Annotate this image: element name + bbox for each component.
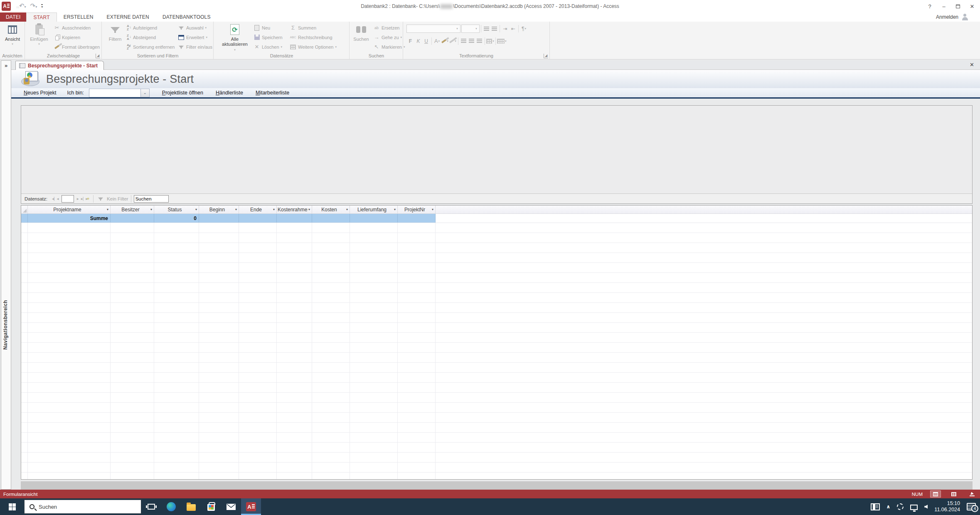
column-header-Ende[interactable]: Ende▾ (239, 206, 277, 213)
empty-row[interactable] (21, 223, 972, 233)
summen-button[interactable]: ΣSummen (290, 24, 337, 32)
empty-row[interactable] (21, 413, 972, 423)
empty-row[interactable] (21, 423, 972, 433)
empty-row[interactable] (21, 353, 972, 363)
empty-row[interactable] (21, 403, 972, 413)
erweitert-button[interactable]: Erweitert▾ (178, 33, 212, 41)
empty-row[interactable] (21, 373, 972, 383)
ansicht-button[interactable]: Ansicht ▾ (0, 23, 25, 46)
empty-row[interactable] (21, 343, 972, 353)
rechtschreibung-button[interactable]: ABCRechtschreibung (290, 33, 337, 41)
filtern-button[interactable]: Filtern (103, 23, 127, 42)
font-color-button[interactable]: A▾ (433, 37, 441, 45)
last-record-button[interactable]: ▸| (81, 196, 84, 201)
empty-row[interactable] (21, 273, 972, 283)
gehe-zu-button[interactable]: →Gehe zu ▾ (373, 33, 405, 41)
document-tab[interactable]: Besprechungsprojekte - Start (15, 61, 104, 70)
minimize-button[interactable]: – (937, 0, 951, 12)
auswahl-button[interactable]: Auswahl▾ (178, 24, 212, 32)
access-taskbar-button[interactable]: A (241, 498, 261, 515)
column-header-Projektname[interactable]: Projektname▾ (28, 206, 111, 213)
filter-dropdown-icon[interactable]: ▾ (345, 208, 349, 211)
ich-bin-combo[interactable]: ⌄ (89, 89, 150, 97)
filter-dropdown-icon[interactable]: ▾ (393, 208, 396, 211)
current-record-box[interactable] (62, 195, 74, 203)
taskbar-search[interactable]: Suchen (24, 500, 141, 514)
haendlerliste-link[interactable]: Händlerliste (216, 90, 243, 96)
empty-row[interactable] (21, 463, 972, 473)
einfuegen-button[interactable]: Einfügen ▾ (27, 23, 51, 46)
column-header-ProjektNr[interactable]: ProjektNr▾ (398, 206, 436, 213)
tab-datenbanktools[interactable]: DATENBANKTOOLS (156, 12, 217, 22)
empty-row[interactable] (21, 323, 972, 333)
empty-row[interactable] (21, 333, 972, 343)
previous-record-button[interactable]: ◂ (57, 196, 59, 201)
column-header-Besitzer[interactable]: Besitzer▾ (111, 206, 154, 213)
empty-row[interactable] (21, 473, 972, 480)
neu-button[interactable]: Neu (254, 24, 283, 32)
select-all-corner[interactable] (21, 206, 28, 213)
filter-dropdown-icon[interactable]: ▾ (431, 208, 434, 211)
mitarbeiterliste-link[interactable]: Mitarbeiterliste (256, 90, 289, 96)
layout-view-button[interactable] (967, 490, 978, 498)
network-icon[interactable] (910, 505, 918, 510)
numbering-button[interactable] (490, 25, 498, 33)
loeschen-button[interactable]: ✕Löschen ▾ (254, 43, 283, 51)
store-taskbar-button[interactable] (201, 498, 221, 515)
italic-button[interactable]: K (414, 37, 422, 45)
sortierung-entfernen-button[interactable]: AZ✗Sortierung entfernen (125, 43, 175, 51)
filter-dropdown-icon[interactable]: ▾ (234, 208, 238, 211)
empty-row[interactable] (21, 313, 972, 323)
projektliste-oeffnen-link[interactable]: Projektliste öffnen (162, 90, 203, 96)
empty-row[interactable] (21, 253, 972, 263)
empty-row[interactable] (21, 283, 972, 293)
mail-taskbar-button[interactable] (221, 498, 241, 515)
format-uebertragen-button[interactable]: Format übertragen (54, 43, 100, 51)
empty-row[interactable] (21, 453, 972, 463)
edge-taskbar-button[interactable] (161, 498, 181, 515)
navigation-pane-collapsed[interactable]: » Navigationsbereich (1, 60, 11, 490)
aufsteigend-button[interactable]: AZ↓Aufsteigend (125, 24, 175, 32)
filter-dropdown-icon[interactable]: ▾ (106, 208, 109, 211)
filter-ein-aus-button[interactable]: Filter ein/aus (178, 43, 212, 51)
first-record-button[interactable]: ◂| (52, 196, 54, 201)
textformatierung-dialog-launcher-icon[interactable]: ◢ (544, 54, 548, 58)
record-search-input[interactable] (134, 195, 169, 203)
empty-row[interactable] (21, 243, 972, 253)
kopieren-button[interactable]: Kopieren (54, 33, 100, 41)
start-button[interactable] (0, 498, 24, 515)
tab-erstellen[interactable]: ERSTELLEN (57, 12, 100, 22)
horizontal-scrollbar[interactable] (21, 481, 973, 490)
filter-dropdown-icon[interactable]: ▾ (308, 208, 311, 211)
column-header-Beginn[interactable]: Beginn▾ (199, 206, 239, 213)
speichern-button[interactable]: Speichern (254, 33, 283, 41)
ausschneiden-button[interactable]: ✂Ausschneiden (54, 24, 100, 32)
column-header-Kostenrahmen[interactable]: Kostenrahmen▾ (277, 206, 312, 213)
close-document-icon[interactable]: ✕ (970, 62, 974, 68)
markieren-button[interactable]: ↖Markieren ▾ (373, 43, 405, 51)
tab-start[interactable]: START (26, 12, 57, 22)
new-record-button[interactable]: ▸✳ (86, 196, 89, 201)
volume-icon[interactable] (924, 505, 928, 509)
bold-button[interactable]: F (406, 37, 414, 45)
alle-aktualisieren-button[interactable]: ⟳ Alleaktualisieren ▾ (222, 23, 248, 52)
column-header-Kosten[interactable]: Kosten▾ (312, 206, 350, 213)
font-family-combo[interactable]: ▾ (406, 25, 460, 33)
empty-row[interactable] (21, 383, 972, 393)
alternate-row-color-button[interactable]: ▾ (497, 37, 507, 45)
ersetzen-button[interactable]: abErsetzen (373, 24, 405, 32)
empty-row[interactable] (21, 263, 972, 273)
close-button[interactable]: ✕ (965, 0, 979, 12)
news-widget-icon[interactable] (871, 503, 880, 510)
empty-row[interactable] (21, 293, 972, 303)
task-view-button[interactable] (141, 498, 161, 515)
decrease-indent-button[interactable]: ⇤ (509, 25, 517, 33)
align-right-button[interactable] (475, 37, 483, 45)
clock[interactable]: 15:10 11.06.2024 (934, 500, 960, 513)
hidden-icons-chevron[interactable]: ∧ (886, 504, 891, 510)
increase-indent-button[interactable]: ⇥ (501, 25, 509, 33)
empty-row[interactable] (21, 393, 972, 403)
restore-button[interactable] (951, 0, 965, 12)
column-header-Status[interactable]: Status▾ (154, 206, 199, 213)
file-explorer-taskbar-button[interactable] (181, 498, 201, 515)
